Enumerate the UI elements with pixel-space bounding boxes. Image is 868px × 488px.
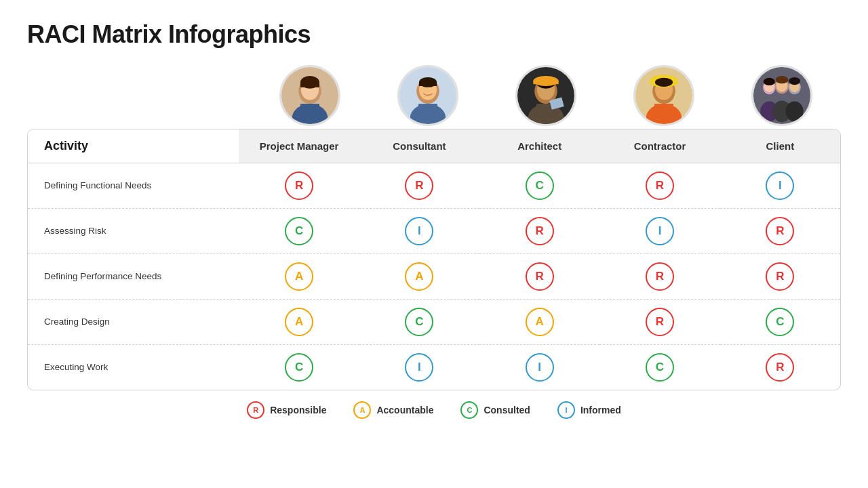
svg-point-43 bbox=[789, 77, 800, 85]
badge-cell-contractor: C bbox=[599, 345, 719, 390]
badge-cell-consultant: C bbox=[359, 300, 479, 345]
legend-accountable: A Accountable bbox=[353, 401, 433, 419]
badge-C-architect: C bbox=[526, 171, 554, 200]
legend-informed: I Informed bbox=[557, 401, 621, 419]
badge-cell-client: R bbox=[720, 254, 840, 300]
activity-cell: Executing Work bbox=[28, 345, 239, 390]
avatar-architect bbox=[487, 65, 605, 126]
svg-rect-27 bbox=[654, 104, 673, 117]
legend-label-c: Consulted bbox=[484, 405, 530, 415]
legend-consulted: C Consulted bbox=[460, 401, 530, 419]
badge-A-architect: A bbox=[526, 308, 554, 336]
badge-cell-contractor: R bbox=[599, 254, 719, 300]
badge-C-contractor: C bbox=[646, 353, 674, 382]
badge-cell-architect: R bbox=[479, 209, 599, 254]
avatar-pm bbox=[251, 65, 369, 126]
table-row: Executing WorkCIICR bbox=[28, 345, 840, 390]
raci-table: Activity Project Manager Consultant Arch… bbox=[28, 129, 840, 390]
badge-R-client: R bbox=[766, 353, 794, 382]
table-row: Creating DesignACARC bbox=[28, 300, 840, 345]
badge-R-client: R bbox=[766, 262, 794, 291]
badge-C-pm: C bbox=[285, 217, 313, 245]
badge-cell-architect: I bbox=[479, 345, 599, 390]
badge-cell-consultant: A bbox=[359, 254, 479, 300]
avatar-contractor bbox=[605, 65, 723, 126]
svg-rect-21 bbox=[533, 81, 558, 85]
legend-badge-c: C bbox=[460, 401, 478, 419]
activity-cell: Creating Design bbox=[28, 300, 239, 345]
badge-R-pm: R bbox=[285, 171, 313, 200]
legend-badge-i: I bbox=[557, 401, 575, 419]
avatar-client bbox=[723, 65, 841, 126]
col-architect: Architect bbox=[479, 129, 599, 163]
badge-A-consultant: A bbox=[405, 262, 433, 291]
table-header-row: Activity Project Manager Consultant Arch… bbox=[28, 129, 840, 163]
badge-cell-client: C bbox=[720, 300, 840, 345]
col-client: Client bbox=[720, 129, 840, 163]
badge-cell-pm: C bbox=[239, 345, 359, 390]
badge-R-architect: R bbox=[526, 262, 554, 291]
badge-cell-client: R bbox=[720, 209, 840, 254]
col-contractor: Contractor bbox=[599, 129, 719, 163]
svg-point-42 bbox=[776, 76, 789, 83]
svg-rect-11 bbox=[418, 104, 437, 117]
legend: R Responsible A Accountable C Consulted … bbox=[27, 401, 841, 419]
svg-rect-4 bbox=[300, 104, 319, 117]
badge-R-contractor: R bbox=[646, 308, 674, 336]
avatars-row bbox=[251, 65, 841, 126]
badge-cell-pm: R bbox=[239, 163, 359, 209]
badge-cell-contractor: R bbox=[599, 300, 719, 345]
badge-cell-client: I bbox=[720, 163, 840, 209]
svg-point-40 bbox=[786, 101, 804, 121]
badge-A-pm: A bbox=[285, 262, 313, 291]
table-row: Assessing RiskCIRIR bbox=[28, 209, 840, 254]
badge-I-contractor: I bbox=[646, 217, 674, 245]
badge-R-contractor: R bbox=[646, 262, 674, 291]
legend-badge-r: R bbox=[247, 401, 264, 419]
page-title: RACI Matrix Infographics bbox=[27, 20, 841, 49]
activity-cell: Defining Performance Needs bbox=[28, 254, 239, 300]
badge-cell-architect: C bbox=[479, 163, 599, 209]
badge-cell-contractor: R bbox=[599, 163, 719, 209]
badge-R-client: R bbox=[766, 217, 794, 245]
svg-rect-6 bbox=[300, 82, 319, 87]
badge-cell-client: R bbox=[720, 345, 840, 390]
badge-cell-pm: C bbox=[239, 209, 359, 254]
svg-rect-13 bbox=[419, 82, 437, 86]
badge-R-architect: R bbox=[526, 217, 554, 245]
badge-cell-consultant: R bbox=[359, 163, 479, 209]
raci-table-wrapper: Activity Project Manager Consultant Arch… bbox=[27, 129, 841, 390]
badge-R-contractor: R bbox=[646, 171, 674, 200]
badge-I-architect: I bbox=[526, 353, 554, 382]
svg-point-41 bbox=[764, 78, 775, 85]
badge-C-consultant: C bbox=[405, 308, 433, 336]
badge-cell-architect: R bbox=[479, 254, 599, 300]
legend-label-i: Informed bbox=[580, 405, 621, 415]
legend-label-a: Accountable bbox=[376, 405, 433, 415]
table-row: Defining Performance NeedsAARRR bbox=[28, 254, 840, 300]
badge-cell-architect: A bbox=[479, 300, 599, 345]
legend-responsible: R Responsible bbox=[247, 401, 326, 419]
legend-label-r: Responsible bbox=[270, 405, 326, 415]
activity-cell: Defining Functional Needs bbox=[28, 163, 239, 209]
badge-C-pm: C bbox=[285, 353, 313, 382]
badge-I-consultant: I bbox=[405, 217, 433, 245]
badge-cell-contractor: I bbox=[599, 209, 719, 254]
badge-A-pm: A bbox=[285, 308, 313, 336]
badge-cell-pm: A bbox=[239, 300, 359, 345]
svg-point-30 bbox=[655, 78, 673, 87]
col-activity: Activity bbox=[28, 129, 239, 163]
col-consultant: Consultant bbox=[359, 129, 479, 163]
badge-cell-pm: A bbox=[239, 254, 359, 300]
badge-I-consultant: I bbox=[405, 353, 433, 382]
badge-I-client: I bbox=[766, 171, 794, 200]
avatar-consultant bbox=[369, 65, 487, 126]
table-row: Defining Functional NeedsRRCRI bbox=[28, 163, 840, 209]
badge-cell-consultant: I bbox=[359, 345, 479, 390]
col-pm: Project Manager bbox=[239, 129, 359, 163]
badge-R-consultant: R bbox=[405, 171, 433, 200]
activity-cell: Assessing Risk bbox=[28, 209, 239, 254]
badge-C-client: C bbox=[766, 308, 794, 336]
badge-cell-consultant: I bbox=[359, 209, 479, 254]
legend-badge-a: A bbox=[353, 401, 371, 419]
